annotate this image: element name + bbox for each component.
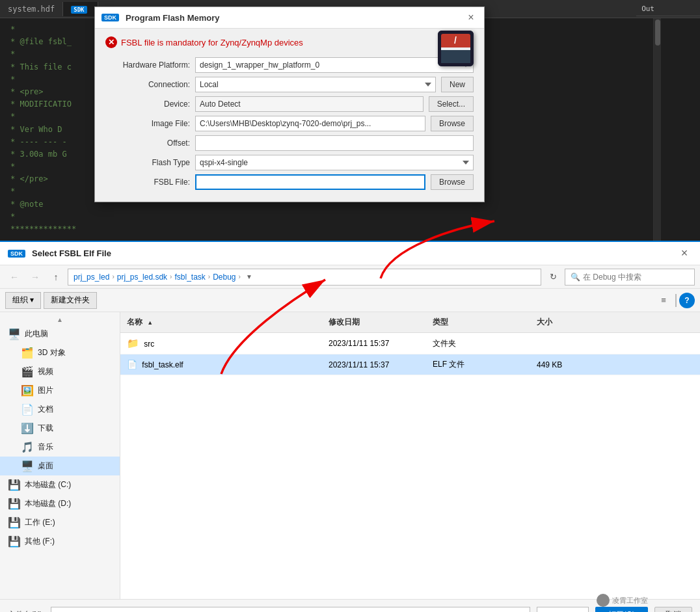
separator xyxy=(675,294,677,307)
device-row: Device: Select... xyxy=(105,96,474,112)
hardware-platform-select[interactable]: design_1_wrapper_hw_platform_0 xyxy=(195,57,474,73)
file-dialog-title-text: Select FSBL Elf File xyxy=(32,248,111,258)
device-input[interactable] xyxy=(195,96,424,112)
file-dialog-titlebar: SDK Select FSBL Elf File × xyxy=(0,242,700,265)
file-browser-dialog: SDK Select FSBL Elf File × ← → ↑ prj_ps_… xyxy=(0,241,700,612)
sidebar-item-drive-f[interactable]: 💾 其他 (F:) xyxy=(0,532,120,551)
file-row-fsbl-elf[interactable]: 📄 fsbl_task.elf 2023/11/11 15:37 ELF 文件 … xyxy=(120,354,700,375)
sidebar-item-desktop[interactable]: 🖥️ 桌面 xyxy=(0,457,120,475)
image-file-input[interactable] xyxy=(195,116,425,131)
help-button[interactable]: ? xyxy=(679,293,695,308)
col-size-header: 大小 xyxy=(530,315,595,330)
file-dialog-toolbar: ← → ↑ prj_ps_led › prj_ps_led.sdk › fsbl… xyxy=(0,265,700,289)
fsbl-file-label: FSBL File: xyxy=(105,178,190,187)
address-bar: prj_ps_led › prj_ps_led.sdk › fsbl_task … xyxy=(68,269,541,286)
file-dialog-close-button[interactable]: × xyxy=(677,246,692,261)
flash-memory-icon: / xyxy=(438,31,474,66)
device-label: Device: xyxy=(105,100,190,109)
connection-select[interactable]: Local xyxy=(195,77,436,92)
fsbl-file-input[interactable] xyxy=(195,174,425,190)
dialog-close-button[interactable]: × xyxy=(464,11,478,24)
sidebar-item-drive-d[interactable]: 💾 本地磁盘 (D:) xyxy=(0,494,120,513)
flash-type-label: Flash Type xyxy=(105,158,190,167)
editor-tab-sdk[interactable]: SDK xyxy=(63,2,98,16)
connection-label: Connection: xyxy=(105,80,190,89)
offset-input[interactable] xyxy=(195,135,474,151)
sidebar-item-3d[interactable]: 🗂️ 3D 对象 xyxy=(0,343,120,362)
editor-scrollbar[interactable] xyxy=(653,18,661,265)
col-name-header: 名称 ▲ xyxy=(120,315,322,330)
breadcrumb-item-4[interactable]: Debug xyxy=(213,273,236,282)
forward-button[interactable]: → xyxy=(26,269,44,286)
select-button[interactable]: Select... xyxy=(429,96,474,112)
sdk-badge: SDK xyxy=(71,6,87,14)
refresh-button[interactable]: ↻ xyxy=(544,269,562,286)
secondary-toolbar: 组织 ▾ 新建文件夹 ≡ ? xyxy=(0,289,700,312)
offset-label: Offset: xyxy=(105,139,190,148)
elf-file-icon: 📄 xyxy=(127,360,137,369)
sidebar-item-this-pc[interactable]: 🖥️ 此电脑 xyxy=(0,325,120,343)
offset-row: Offset: xyxy=(105,135,474,151)
search-icon: 🔍 xyxy=(571,273,580,282)
sidebar-item-downloads[interactable]: ⬇️ 下载 xyxy=(0,419,120,438)
search-box[interactable]: 🔍 xyxy=(565,269,695,286)
svg-rect-3 xyxy=(441,47,470,50)
col-date-header: 修改日期 xyxy=(322,315,426,330)
out-panel-header: Out xyxy=(636,2,700,16)
dialog-title: Program Flash Memory xyxy=(126,13,220,23)
new-button[interactable]: New xyxy=(441,77,474,92)
sidebar-item-drive-e[interactable]: 💾 工作 (E:) xyxy=(0,513,120,532)
view-button[interactable]: ≡ xyxy=(654,292,673,309)
error-icon: ✕ xyxy=(105,36,117,48)
svg-text:/: / xyxy=(454,35,457,46)
filename-label: 文件名(N): xyxy=(8,609,44,612)
hardware-platform-row: Hardware Platform: design_1_wrapper_hw_p… xyxy=(105,57,474,73)
browse-button-2[interactable]: Browse xyxy=(431,174,474,190)
address-dropdown-button[interactable]: ▼ xyxy=(246,273,252,280)
file-dialog-content: ▲ 🖥️ 此电脑 🗂️ 3D 对象 🎬 视频 🖼️ 图片 xyxy=(0,312,700,599)
file-dialog-sdk-badge: SDK xyxy=(8,250,25,258)
breadcrumb-item-2[interactable]: prj_ps_led.sdk xyxy=(117,273,167,282)
image-file-label: Image File: xyxy=(105,119,190,128)
dialog-body: ✕ FSBL file is mandatory for Zynq/ZynqMp… xyxy=(95,29,484,202)
sidebar-item-music[interactable]: 🎵 音乐 xyxy=(0,438,120,457)
connection-row: Connection: Local New xyxy=(105,77,474,92)
filename-input[interactable] xyxy=(51,607,530,613)
flash-type-row: Flash Type qspi-x4-single xyxy=(105,155,474,170)
sidebar-item-video[interactable]: 🎬 视频 xyxy=(0,362,120,381)
error-message: ✕ FSBL file is mandatory for Zynq/ZynqMp… xyxy=(105,36,474,48)
dialog-sdk-badge: SDK xyxy=(101,14,119,21)
file-dialog-footer: 文件名(N): *.elf 打开(O) 取消 凌霄工作室 xyxy=(0,599,700,612)
cancel-button[interactable]: 取消 xyxy=(654,607,692,613)
watermark: 凌霄工作室 xyxy=(597,594,648,607)
svg-rect-2 xyxy=(441,49,470,63)
file-list-header: 名称 ▲ 修改日期 类型 大小 xyxy=(120,312,700,333)
fsbl-file-row: FSBL File: Browse xyxy=(105,174,474,190)
sidebar-item-drive-c[interactable]: 💾 本地磁盘 (C:) xyxy=(0,475,120,494)
search-input[interactable] xyxy=(583,273,674,282)
organize-button[interactable]: 组织 ▾ xyxy=(5,292,41,309)
back-button[interactable]: ← xyxy=(5,269,23,286)
flash-type-select[interactable]: qspi-x4-single xyxy=(195,155,474,170)
error-text: FSBL file is mandatory for Zynq/ZynqMp d… xyxy=(121,38,303,47)
breadcrumb-item-1[interactable]: prj_ps_led xyxy=(74,273,109,282)
folder-icon: 📁 xyxy=(127,338,139,349)
tab-label: system.hdf xyxy=(8,5,55,14)
filetype-select[interactable]: *.elf xyxy=(537,607,589,613)
new-folder-button[interactable]: 新建文件夹 xyxy=(44,292,97,309)
program-flash-dialog: SDK Program Flash Memory × / ✕ FSBL file… xyxy=(94,7,485,202)
image-file-row: Image File: Browse xyxy=(105,116,474,131)
sidebar-item-pictures[interactable]: 🖼️ 图片 xyxy=(0,381,120,400)
breadcrumb-item-3[interactable]: fsbl_task xyxy=(174,273,205,282)
dialog-titlebar: SDK Program Flash Memory × xyxy=(95,7,484,29)
up-button[interactable]: ↑ xyxy=(47,269,65,286)
file-list-area: 名称 ▲ 修改日期 类型 大小 📁 src 2023/1 xyxy=(120,312,700,599)
open-button[interactable]: 打开(O) xyxy=(595,607,648,613)
col-type-header: 类型 xyxy=(426,315,530,330)
sidebar-tree: ▲ 🖥️ 此电脑 🗂️ 3D 对象 🎬 视频 🖼️ 图片 xyxy=(0,312,120,599)
hw-platform-label: Hardware Platform: xyxy=(105,60,190,70)
file-row-src[interactable]: 📁 src 2023/11/11 15:37 文件夹 xyxy=(120,333,700,354)
browse-button-1[interactable]: Browse xyxy=(431,116,474,131)
editor-tab-system-hdf[interactable]: system.hdf xyxy=(0,2,63,16)
sidebar-item-documents[interactable]: 📄 文档 xyxy=(0,400,120,419)
